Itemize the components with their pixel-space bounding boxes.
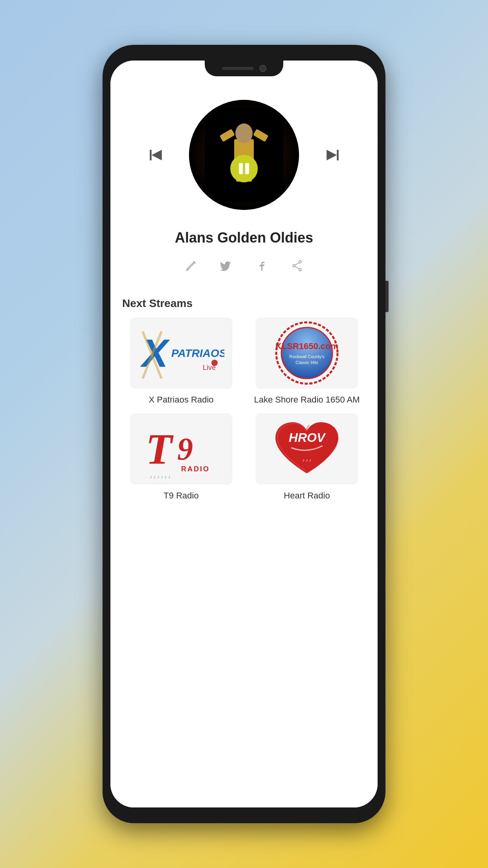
next-streams-suffix: Streams <box>149 297 193 309</box>
facebook-icon[interactable] <box>254 258 270 274</box>
svg-text:♪ ♪ ♪: ♪ ♪ ♪ <box>303 458 312 462</box>
stream-item-heartradio[interactable]: HROV ♪ ♪ ♪ Heart Radio <box>248 414 366 502</box>
stream-logo-heartradio: HROV ♪ ♪ ♪ <box>256 414 358 484</box>
svg-point-4 <box>235 123 253 143</box>
svg-text:HROV: HROV <box>289 430 326 445</box>
svg-point-14 <box>299 268 301 271</box>
twitter-icon[interactable] <box>218 258 234 274</box>
phone-notch <box>205 61 283 76</box>
stream-logo-t9radio: T 9 RADIO ♪ ♪ ♪ ♪ ♪ ♪ <box>130 414 232 484</box>
phone-frame: Alans Golden Oldies <box>103 45 385 823</box>
social-icons-row <box>183 258 305 274</box>
camera <box>259 65 266 72</box>
phone-screen: Alans Golden Oldies <box>110 61 378 807</box>
svg-marker-11 <box>327 150 337 160</box>
svg-text:♪ ♪ ♪ ♪ ♪ ♪: ♪ ♪ ♪ ♪ ♪ ♪ <box>150 474 171 480</box>
svg-line-17 <box>295 267 299 269</box>
stream-name-lakeshore: Lake Shore Radio 1650 AM <box>254 394 360 406</box>
svg-line-16 <box>295 263 299 265</box>
stream-item-t9radio[interactable]: T 9 RADIO ♪ ♪ ♪ ♪ ♪ ♪ T9 Radio <box>122 414 240 502</box>
svg-text:Classic Hits: Classic Hits <box>295 360 318 365</box>
album-art-inner <box>189 100 299 210</box>
next-streams-section: Next Streams X PATRIAOS <box>110 297 378 501</box>
stream-item-lakeshore[interactable]: KLSR1650.com Rockwall County's Classic H… <box>248 318 366 406</box>
side-button <box>385 281 389 312</box>
svg-text:KLSR1650.com: KLSR1650.com <box>275 341 338 351</box>
stream-item-xpatriaos[interactable]: X PATRIAOS Live <box>122 318 240 406</box>
stream-name-heartradio: Heart Radio <box>284 490 330 502</box>
pause-icon <box>239 163 249 174</box>
next-button[interactable] <box>323 145 342 165</box>
prev-button[interactable] <box>146 145 165 165</box>
app-content: Alans Golden Oldies <box>110 61 378 807</box>
share-icon[interactable] <box>289 258 305 274</box>
pause-button[interactable] <box>230 155 258 182</box>
svg-rect-0 <box>150 150 152 160</box>
pause-bar-left <box>239 163 243 174</box>
stream-name-t9radio: T9 Radio <box>163 490 198 502</box>
svg-text:T: T <box>146 425 174 473</box>
svg-text:RADIO: RADIO <box>181 465 210 473</box>
station-title: Alans Golden Oldies <box>175 230 313 246</box>
next-streams-prefix: Next <box>122 297 149 309</box>
svg-rect-10 <box>337 150 339 160</box>
streams-grid: X PATRIAOS Live <box>122 318 366 501</box>
svg-text:Rockwall County's: Rockwall County's <box>289 354 325 359</box>
speaker <box>222 67 253 70</box>
svg-text:Live: Live <box>203 364 216 371</box>
svg-text:PATRIAOS: PATRIAOS <box>171 347 224 359</box>
album-art <box>189 100 299 210</box>
player-section: Alans Golden Oldies <box>110 84 378 297</box>
edit-icon[interactable] <box>183 258 199 274</box>
stream-logo-lakeshore: KLSR1650.com Rockwall County's Classic H… <box>256 318 358 388</box>
svg-point-13 <box>299 261 301 263</box>
next-streams-title: Next Streams <box>122 297 366 310</box>
svg-point-15 <box>293 265 295 267</box>
player-controls <box>146 100 342 210</box>
pause-bar-right <box>245 163 249 174</box>
svg-text:9: 9 <box>177 432 193 466</box>
stream-logo-xpatriaos: X PATRIAOS Live <box>130 318 232 388</box>
svg-marker-1 <box>151 150 161 160</box>
stream-name-xpatriaos: X Patriaos Radio <box>149 394 213 406</box>
